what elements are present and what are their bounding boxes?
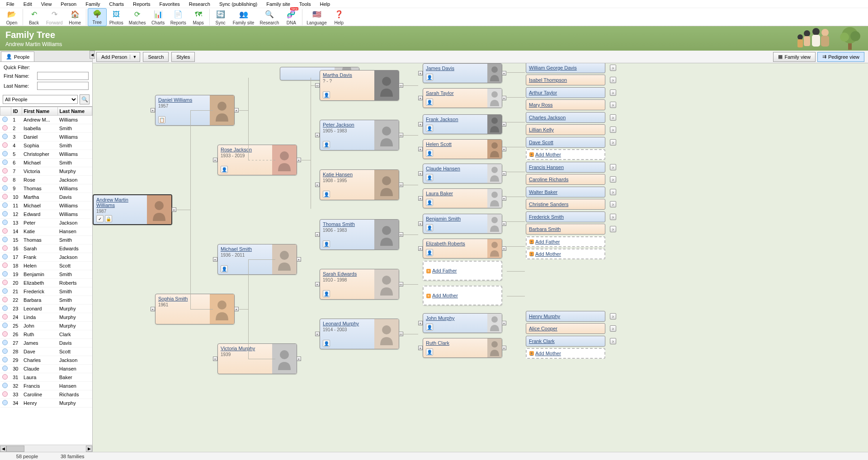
horizontal-scrollbar[interactable]: ◀ ▶	[0, 445, 92, 452]
person-node[interactable]: Leonard Murphy1914 - 2003👤	[320, 319, 399, 349]
ancestor-bar[interactable]: Christine Sanders	[526, 199, 605, 210]
node-badge-icon[interactable]: 👤	[426, 74, 433, 81]
table-row[interactable]: 27JamesDavis	[0, 339, 92, 347]
ancestor-bar[interactable]: Lillian Kelly	[526, 124, 605, 135]
table-row[interactable]: 6MichaelSmith	[0, 159, 92, 167]
person-node-small[interactable]: Ruth Clark👤	[423, 338, 502, 358]
menu-file[interactable]: File	[3, 0, 18, 8]
toolbar-tree-button[interactable]: 🌳Tree	[88, 8, 107, 26]
table-row[interactable]: 11MichaelWilliams	[0, 202, 92, 210]
styles-button[interactable]: Styles	[171, 52, 195, 62]
ancestor-bar[interactable]: Mary Ross	[526, 99, 605, 110]
ancestor-bar[interactable]: Dave Scott	[526, 137, 605, 148]
ancestor-bar[interactable]: Walter Baker	[526, 187, 605, 197]
expand-ancestor-button[interactable]: ›	[610, 65, 616, 71]
expand-ancestor-button[interactable]: ›	[610, 139, 616, 146]
node-connector[interactable]: ▪	[315, 282, 320, 286]
table-row[interactable]: 3DanielWilliams	[0, 133, 92, 141]
menu-family-site[interactable]: Family site	[263, 0, 294, 8]
person-node-small[interactable]: Claude Hansen👤	[423, 164, 502, 183]
node-connector[interactable]: ▪	[502, 96, 506, 100]
table-row[interactable]: 28DaveScott	[0, 347, 92, 356]
expand-ancestor-button[interactable]: ›	[610, 214, 616, 220]
add-person-button[interactable]: Add Person ▼	[96, 52, 140, 62]
menu-edit[interactable]: Edit	[20, 0, 36, 8]
toolbar-reports-button[interactable]: 📄Reports	[168, 8, 189, 26]
person-name[interactable]: James Davis	[426, 66, 485, 71]
table-row[interactable]: 14KatieHansen	[0, 227, 92, 236]
menu-person[interactable]: Person	[57, 0, 80, 8]
table-row[interactable]: 8RoseJackson	[0, 176, 92, 184]
toolbar-photos-button[interactable]: 🖼Photos	[107, 8, 126, 26]
table-row[interactable]: 7VictoriaMurphy	[0, 167, 92, 176]
toolbar-home-button[interactable]: 🏠Home	[66, 8, 85, 26]
node-connector[interactable]: ▪	[234, 108, 239, 113]
toolbar-back-button[interactable]: ↶Back	[24, 8, 43, 26]
table-row[interactable]: 10MarthaDavis	[0, 193, 92, 202]
person-node-small[interactable]: Elizabeth Roberts👤	[423, 239, 502, 258]
table-row[interactable]: 23LeonardMurphy	[0, 305, 92, 313]
expand-ancestor-button[interactable]: ›	[610, 89, 616, 96]
table-row[interactable]: 13PeterJackson	[0, 219, 92, 227]
node-badge-icon[interactable]: 👤	[426, 174, 433, 181]
toolbar-forward-button[interactable]: ↷Forward	[43, 8, 66, 26]
add-ancestor-bar[interactable]: +Add Mother	[526, 348, 605, 359]
menu-tools[interactable]: Tools	[296, 0, 315, 8]
person-node[interactable]: Andrew Martin Williams1987✓🔒	[93, 194, 172, 225]
table-row[interactable]: 29CharlesJackson	[0, 356, 92, 365]
node-badge-icon[interactable]: ✓	[96, 215, 104, 222]
node-connector[interactable]: ▪	[502, 346, 506, 350]
pedigree-view-button[interactable]: ⇉ Pedigree view	[817, 52, 864, 62]
expand-ancestor-button[interactable]: ›	[610, 102, 616, 108]
node-connector[interactable]: ▪	[315, 133, 320, 137]
node-badge-icon[interactable]: 👤	[426, 150, 433, 157]
ancestor-bar[interactable]: Arthur Taylor	[526, 87, 605, 98]
table-row[interactable]: 20ElizabethRoberts	[0, 279, 92, 287]
node-badge-icon[interactable]: 📋	[158, 116, 165, 123]
add-ancestor-bar[interactable]: +Add Father	[526, 236, 605, 247]
node-badge-icon[interactable]: 👤	[426, 348, 433, 356]
scroll-track[interactable]	[6, 446, 86, 452]
ancestor-bar[interactable]: Henry Murphy	[526, 311, 605, 322]
ancestor-bar[interactable]: Francis Hansen	[526, 162, 605, 173]
expand-ancestor-button[interactable]: ›	[610, 226, 616, 232]
node-badge-icon[interactable]: 👤	[426, 324, 433, 331]
table-row[interactable]: 12EdwardWilliams	[0, 210, 92, 219]
node-connector[interactable]: ▪	[418, 171, 423, 176]
person-name[interactable]: Sophia Smith	[158, 296, 207, 301]
table-row[interactable]: 21FrederickSmith	[0, 287, 92, 296]
search-button[interactable]: Search	[143, 52, 169, 62]
person-node[interactable]: Thomas Smith1906 - 1983👤	[320, 219, 399, 250]
menu-charts[interactable]: Charts	[106, 0, 127, 8]
toolbar-matches-button[interactable]: ⟳Matches	[126, 8, 149, 26]
node-connector[interactable]: ▪	[234, 307, 239, 311]
people-table[interactable]: IDFirst NameLast Name 1Andrew M...Willia…	[0, 106, 92, 445]
person-name[interactable]: Frank Jackson	[426, 117, 485, 122]
node-connector[interactable]: ▪	[502, 171, 506, 176]
person-name[interactable]: Benjamin Smith	[426, 216, 485, 221]
menu-view[interactable]: View	[38, 0, 56, 8]
table-row[interactable]: 33CarolineRichards	[0, 390, 92, 399]
person-name[interactable]: Peter Jackson	[323, 122, 372, 127]
node-badge-icon[interactable]: 👤	[426, 249, 433, 256]
menu-sync-publishing-[interactable]: Sync (publishing)	[216, 0, 261, 8]
person-node-small[interactable]: Frank Jackson👤	[423, 114, 502, 134]
table-row[interactable]: 24LindaMurphy	[0, 313, 92, 322]
menu-reports[interactable]: Reports	[129, 0, 154, 8]
node-badge-icon[interactable]: 👤	[426, 99, 433, 106]
toolbar-help-button[interactable]: ❓Help	[330, 8, 349, 26]
person-node-small[interactable]: Helen Scott👤	[423, 139, 502, 159]
node-connector[interactable]: ▪	[418, 122, 423, 127]
person-node[interactable]: Sarah Edwards1910 - 1998👤	[320, 269, 399, 300]
person-node[interactable]: Katie Hansen1908 - 1995👤	[320, 169, 399, 200]
node-connector[interactable]: ▪	[297, 357, 301, 361]
person-name[interactable]: Michael Smith	[221, 246, 269, 252]
node-badge-icon[interactable]: 👤	[323, 91, 330, 99]
ancestor-bar[interactable]: Frederick Smith	[526, 211, 605, 222]
node-connector[interactable]: ▪	[418, 71, 423, 75]
person-name[interactable]: Victoria Murphy	[221, 346, 269, 351]
node-connector[interactable]: ▪	[213, 257, 217, 262]
node-connector[interactable]: ▪	[418, 221, 423, 226]
node-badge-icon[interactable]: 👤	[323, 191, 330, 198]
expand-ancestor-button[interactable]: ›	[610, 114, 616, 121]
